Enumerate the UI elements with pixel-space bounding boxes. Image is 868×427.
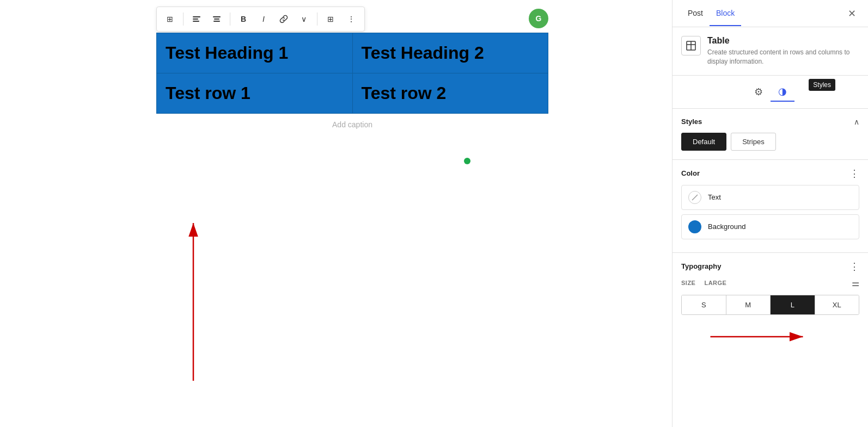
styles-section-title: Styles xyxy=(681,117,702,126)
background-color-circle xyxy=(688,220,701,233)
table-wrapper: Test Heading 1 Test Heading 2 Test row 1… xyxy=(156,33,548,129)
color-more-btn[interactable]: ⋮ xyxy=(849,169,859,178)
svg-rect-4 xyxy=(214,18,219,20)
toolbar-divider-2 xyxy=(230,13,230,26)
svg-rect-5 xyxy=(213,21,220,22)
size-label: SIZE xyxy=(681,280,695,286)
table-header-cell-1[interactable]: Test Heading 1 xyxy=(157,33,353,73)
table-body-cell-1[interactable]: Test row 1 xyxy=(157,73,353,114)
toolbar-options-btn[interactable]: ⋮ xyxy=(341,9,361,29)
styles-buttons: Default Stripes xyxy=(681,133,859,151)
text-color-label: Text xyxy=(708,193,721,201)
editor-area: ⊞ B I ∨ ⊞ ⋮ xyxy=(0,0,672,427)
styles-section-header: Styles ∧ xyxy=(681,117,859,126)
toolbar-align-left-btn[interactable] xyxy=(187,9,206,29)
tab-block[interactable]: Block xyxy=(710,1,741,26)
bottom-arrow-svg xyxy=(681,326,859,348)
tab-post[interactable]: Post xyxy=(681,1,710,26)
size-row: SIZE LARGE ⚌ xyxy=(681,278,859,288)
block-info: Table Create structured content in rows … xyxy=(673,27,868,76)
toolbar-group-table: ⊞ xyxy=(160,9,180,29)
styles-collapse-btn[interactable]: ∧ xyxy=(854,117,859,126)
typography-more-btn[interactable]: ⋮ xyxy=(849,262,859,271)
toolbar-group-align xyxy=(187,9,227,29)
settings-styles-tab[interactable]: ◑ xyxy=(771,82,794,102)
size-buttons: S M L XL xyxy=(681,295,859,315)
half-circle-icon: ◑ xyxy=(778,85,787,97)
toolbar-divider-1 xyxy=(183,13,184,26)
table-body-cell-2[interactable]: Test row 2 xyxy=(352,73,548,114)
typography-section-header: Typography ⋮ xyxy=(681,262,859,271)
svg-rect-3 xyxy=(213,16,221,17)
sidebar: Post Block ✕ Table Create structured con… xyxy=(672,0,868,427)
block-info-text: Table Create structured content in rows … xyxy=(707,36,859,66)
styles-section: Styles ∧ Default Stripes xyxy=(673,109,868,160)
toolbar-group-format: B I ∨ xyxy=(234,9,314,29)
green-dot xyxy=(464,158,470,164)
close-button[interactable]: ✕ xyxy=(844,6,859,21)
size-m-btn[interactable]: M xyxy=(726,295,771,314)
toolbar-link-btn[interactable] xyxy=(274,9,294,29)
color-section-title: Color xyxy=(681,169,700,177)
block-description: Create structured content in rows and co… xyxy=(707,48,859,66)
svg-rect-1 xyxy=(193,18,198,20)
style-stripes-btn[interactable]: Stripes xyxy=(731,133,775,151)
table-header-cell-2[interactable]: Test Heading 2 xyxy=(352,33,548,73)
color-section-header: Color ⋮ xyxy=(681,169,859,178)
style-default-btn[interactable]: Default xyxy=(681,133,726,151)
size-s-btn[interactable]: S xyxy=(682,295,726,314)
color-text-row[interactable]: Text xyxy=(681,185,859,210)
editor-content: ⊞ B I ∨ ⊞ ⋮ xyxy=(124,33,548,129)
toolbar-divider-3 xyxy=(317,13,317,26)
typography-section-title: Typography xyxy=(681,262,721,270)
toolbar-italic-btn[interactable]: I xyxy=(254,9,273,29)
size-l-btn[interactable]: L xyxy=(771,295,815,314)
toolbar-more-rich-btn[interactable]: ∨ xyxy=(294,9,314,29)
block-toolbar: ⊞ B I ∨ ⊞ ⋮ xyxy=(156,7,365,32)
content-table[interactable]: Test Heading 1 Test Heading 2 Test row 1… xyxy=(156,33,548,114)
toolbar-bold-btn[interactable]: B xyxy=(234,9,253,29)
color-background-row[interactable]: Background xyxy=(681,214,859,239)
toolbar-table2-btn[interactable]: ⊞ xyxy=(321,9,340,29)
background-color-label: Background xyxy=(708,222,745,231)
table-body-row: Test row 1 Test row 2 xyxy=(157,73,548,114)
svg-line-12 xyxy=(692,195,698,200)
color-section: Color ⋮ Text Background xyxy=(673,160,868,253)
size-filter-btn[interactable]: ⚌ xyxy=(852,278,859,288)
table-caption[interactable]: Add caption xyxy=(156,120,548,129)
sidebar-header: Post Block ✕ xyxy=(673,0,868,27)
table-header-row: Test Heading 1 Test Heading 2 xyxy=(157,33,548,73)
block-title: Table xyxy=(707,36,859,46)
toolbar-align-center-btn[interactable] xyxy=(207,9,227,29)
svg-rect-0 xyxy=(193,16,200,17)
gear-icon: ⚙ xyxy=(754,86,763,98)
avatar: G xyxy=(529,9,548,28)
size-value: LARGE xyxy=(704,280,726,286)
typography-section: Typography ⋮ SIZE LARGE ⚌ S M L XL xyxy=(673,253,868,356)
styles-tooltip: Styles xyxy=(809,79,835,91)
block-icon xyxy=(681,36,701,55)
size-xl-btn[interactable]: XL xyxy=(815,295,859,314)
toolbar-table-icon-btn[interactable]: ⊞ xyxy=(160,9,180,29)
settings-gear-tab[interactable]: ⚙ xyxy=(747,82,771,102)
text-color-circle xyxy=(688,191,701,204)
svg-rect-2 xyxy=(193,21,199,22)
settings-tabs: ⚙ ◑ Styles xyxy=(673,76,868,109)
